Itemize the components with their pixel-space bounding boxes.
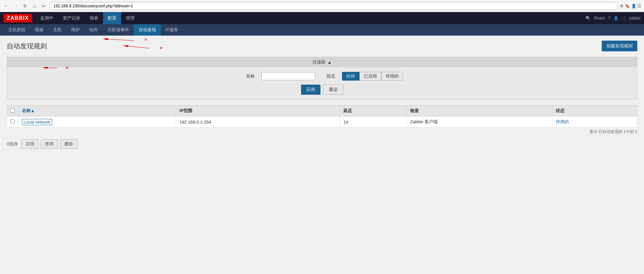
filter-title: 过滤器 xyxy=(312,59,326,65)
status-btn-any[interactable]: 任何 xyxy=(342,72,359,81)
summary-row: 显示 已自动发现的 1中的 1 xyxy=(7,128,637,136)
apply-button[interactable]: 应用 xyxy=(301,85,320,95)
th-ip-range: IP范围 xyxy=(176,105,340,117)
filter-row-name: 名称 状态 任何 已启用 停用的 xyxy=(14,72,630,81)
reset-button[interactable]: 重设 xyxy=(323,85,343,95)
url-bar[interactable] xyxy=(50,2,618,10)
table-header: 名称▲ IP范围 延迟 检查 状态 xyxy=(7,105,637,117)
browser-right-icons: ⚙ 🔖 👤 ☰ xyxy=(620,4,641,8)
filter-section: 过滤器 ▲ 名称 状态 任何 已启用 停用的 应用 重设 xyxy=(7,57,637,100)
th-delay: 延迟 xyxy=(340,105,407,117)
status-btn-enabled[interactable]: 已启用 xyxy=(359,72,381,81)
row-ip-range: 192.168.0.1-254 xyxy=(180,120,211,125)
subnav-item-maintenance[interactable]: 维护 xyxy=(66,24,85,36)
th-name[interactable]: 名称▲ xyxy=(18,105,176,117)
history-back-button[interactable]: ↩ xyxy=(40,2,48,10)
top-menu: 监测中 资产记录 报表 配置 管理 xyxy=(36,12,586,24)
browser-chrome: ← → ↻ ⌂ ↩ ⚙ 🔖 👤 ☰ xyxy=(0,0,644,12)
th-status: 状态 xyxy=(552,105,637,117)
subnav-item-templates[interactable]: 模板 xyxy=(30,24,48,36)
reload-button[interactable]: ↻ xyxy=(21,2,29,10)
filter-actions: 应用 重设 xyxy=(14,85,630,95)
row-delay: 1h xyxy=(343,120,348,125)
topbar-right: 🔍 Share ? 👤 ⬚ zabbix xyxy=(586,16,641,20)
extensions-icon: ⚙ xyxy=(620,4,624,8)
menu-icon: ☰ xyxy=(638,4,641,8)
back-button[interactable]: ← xyxy=(3,2,10,10)
page-title: 自动发现规则 xyxy=(7,42,47,51)
summary-text: 显示 已自动发现的 1中的 1 xyxy=(589,129,637,134)
th-checkbox xyxy=(7,105,18,117)
th-checks: 检查 xyxy=(407,105,552,117)
subnav-item-discovery[interactable]: 自动发现 xyxy=(134,24,161,36)
zabbix-logo: ZABBIX xyxy=(3,14,32,22)
row-status-cell: 停用的 xyxy=(552,117,637,128)
row-delay-cell: 1h xyxy=(340,117,407,128)
table-body: Local network 192.168.0.1-254 1h Zabbix … xyxy=(7,117,637,128)
row-status-link[interactable]: 停用的 xyxy=(556,119,569,124)
enable-button[interactable]: 启用 xyxy=(21,139,39,149)
menu-item-monitor[interactable]: 监测中 xyxy=(36,12,58,24)
bottom-actions: 0选择 启用 禁用 删除 xyxy=(7,139,637,149)
row-name-cell: Local network xyxy=(18,117,176,128)
home-button[interactable]: ⌂ xyxy=(31,2,38,10)
logout-icon[interactable]: ⬚ xyxy=(622,16,626,20)
selection-count: 0选择 xyxy=(7,141,18,147)
search-icon[interactable]: 🔍 xyxy=(586,16,591,20)
row-checks: Zabbix 客户端 xyxy=(410,119,438,124)
row-checkbox-cell xyxy=(7,117,18,128)
status-btn-disabled[interactable]: 停用的 xyxy=(381,72,403,81)
page-content: 自动发现规则 创建发现规则 过滤器 ▲ 名称 状态 任何 已启用 停用的 xyxy=(0,36,644,154)
menu-item-admin[interactable]: 管理 xyxy=(121,12,139,24)
filter-toggle-icon: ▲ xyxy=(328,60,332,65)
delete-button[interactable]: 删除 xyxy=(60,139,78,149)
subnav-item-hostgroups[interactable]: 主机群组 xyxy=(3,24,30,36)
subnav-item-hosts[interactable]: 主机 xyxy=(48,24,66,36)
row-ip-range-cell: 192.168.0.1-254 xyxy=(176,117,340,128)
user-profile-icon[interactable]: 👤 xyxy=(613,16,618,20)
topbar: ZABBIX 监测中 资产记录 报表 配置 管理 🔍 Share ? 👤 ⬚ z… xyxy=(0,12,644,24)
menu-item-assets[interactable]: 资产记录 xyxy=(58,12,85,24)
subnav-item-related-events[interactable]: 关联项事件 xyxy=(103,24,134,36)
table-header-row: 名称▲ IP范围 延迟 检查 状态 xyxy=(7,105,637,117)
subnav-item-it-services[interactable]: IT服务 xyxy=(161,24,183,36)
share-icon: 🔖 xyxy=(625,4,630,8)
create-button[interactable]: 创建发现规则 xyxy=(602,41,637,51)
row-checks-cell: Zabbix 客户端 xyxy=(407,117,552,128)
select-all-checkbox[interactable] xyxy=(10,108,15,112)
row-checkbox[interactable] xyxy=(10,119,15,124)
user-icon: 👤 xyxy=(631,4,636,8)
menu-item-reports[interactable]: 报表 xyxy=(85,12,103,24)
filter-header[interactable]: 过滤器 ▲ xyxy=(7,57,637,67)
filter-status-group: 任何 已启用 停用的 xyxy=(342,72,403,81)
filter-body: 名称 状态 任何 已启用 停用的 应用 重设 xyxy=(7,67,637,99)
menu-item-config[interactable]: 配置 xyxy=(103,12,121,24)
help-icon[interactable]: ? xyxy=(608,16,610,20)
page-header: 自动发现规则 创建发现规则 xyxy=(7,41,637,51)
subnav-item-actions[interactable]: 动作 xyxy=(85,24,103,36)
subnav: 主机群组 模板 主机 维护 动作 关联项事件 自动发现 IT服务 xyxy=(0,24,644,36)
filter-name-label: 名称 xyxy=(241,73,255,79)
forward-button[interactable]: → xyxy=(12,2,19,10)
table-row: Local network 192.168.0.1-254 1h Zabbix … xyxy=(7,117,637,128)
discovery-table: 名称▲ IP范围 延迟 检查 状态 Local network 192. xyxy=(7,105,637,128)
filter-name-input[interactable] xyxy=(261,72,315,80)
current-user: zabbix xyxy=(629,16,641,20)
share-btn: Share xyxy=(594,16,605,20)
filter-status-label: 状态 xyxy=(322,73,335,79)
row-name-link[interactable]: Local network xyxy=(22,119,52,125)
disable-button[interactable]: 禁用 xyxy=(41,139,58,149)
